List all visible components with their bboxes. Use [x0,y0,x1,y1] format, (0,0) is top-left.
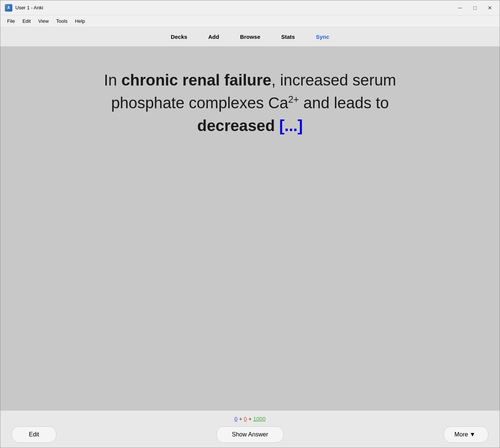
tab-add[interactable]: Add [198,31,229,43]
window-controls: ─ □ ✕ [455,3,495,13]
text-bold2: decreased [...] [197,117,303,134]
nav-bar: Decks Add Browse Stats Sync [0,27,500,47]
superscript: 2+ [288,94,299,105]
minimize-button[interactable]: ─ [455,3,465,13]
menu-edit[interactable]: Edit [19,17,34,25]
menu-help[interactable]: Help [71,17,89,25]
card-text: In chronic renal failure, increased seru… [82,69,418,137]
main-window: A User 1 - Anki ─ □ ✕ File Edit View Too… [0,0,500,448]
card-content: In chronic renal failure, increased seru… [82,69,418,137]
menu-bar: File Edit View Tools Help [0,15,500,27]
close-button[interactable]: ✕ [485,3,495,13]
bottom-bar: 0 + 0 + 1000 Edit Show Answer More ▼ [0,410,500,448]
sep2: + [249,416,252,422]
maximize-button[interactable]: □ [470,3,480,13]
tab-decks[interactable]: Decks [160,31,198,43]
text-bold: chronic renal failure [121,71,271,89]
more-icon: ▼ [469,431,475,438]
text-before: In [104,71,121,89]
show-answer-button[interactable]: Show Answer [216,426,284,443]
menu-tools[interactable]: Tools [52,17,71,25]
menu-file[interactable]: File [3,17,19,25]
menu-view[interactable]: View [34,17,52,25]
stat-new: 0 [234,416,237,422]
tab-browse[interactable]: Browse [229,31,271,43]
more-button[interactable]: More ▼ [444,426,488,443]
stat-learn: 0 [244,416,247,422]
stats-row: 0 + 0 + 1000 [234,416,266,422]
edit-button[interactable]: Edit [12,426,56,443]
buttons-row: Edit Show Answer More ▼ [0,426,500,443]
app-icon: A [5,4,12,12]
tab-sync[interactable]: Sync [305,31,340,43]
sep1: + [239,416,243,422]
stat-review: 1000 [253,416,265,422]
tab-stats[interactable]: Stats [271,31,306,43]
cloze-placeholder: [...] [279,117,303,134]
window-title: User 1 - Anki [15,5,455,10]
card-area: In chronic renal failure, increased seru… [0,47,500,410]
more-label: More [454,431,468,438]
title-bar: A User 1 - Anki ─ □ ✕ [0,0,500,15]
